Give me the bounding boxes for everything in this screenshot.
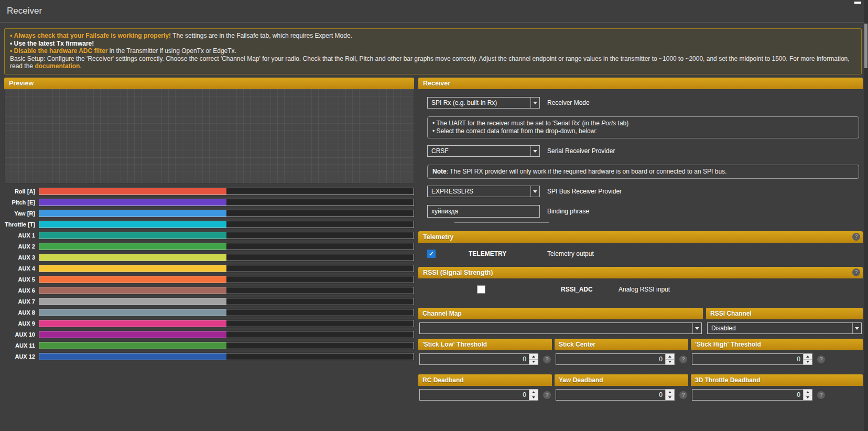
channel-row: AUX 1	[4, 232, 414, 239]
channel-map-select[interactable]	[419, 322, 702, 334]
channel-map-grid: Channel Map RSSI Channel Disabled	[418, 308, 863, 334]
serial-provider-row: CRSF Serial Receiver Provider	[427, 145, 860, 157]
channel-row: AUX 9	[4, 320, 414, 327]
page-title: Receiver	[7, 6, 42, 16]
channel-row: AUX 11	[4, 342, 414, 349]
rssi-channel-value: Disabled	[708, 323, 852, 333]
spinner-up-icon[interactable]	[804, 390, 812, 395]
channel-row: AUX 8	[4, 309, 414, 316]
help-icon[interactable]: ?	[543, 355, 551, 363]
channel-meter	[39, 221, 414, 228]
spinner-up-icon[interactable]	[529, 354, 538, 359]
rssi-adc-checkbox[interactable]	[477, 285, 485, 294]
documentation-link[interactable]: documentation	[35, 62, 80, 70]
channel-label: Roll [A]	[4, 188, 39, 195]
channel-meter	[39, 309, 414, 316]
spi-provider-select[interactable]: EXPRESSLRS	[427, 186, 540, 197]
stick-center-header: Stick Center	[555, 339, 688, 350]
receiver-mode-label: Receiver Mode	[547, 99, 590, 106]
channel-row: AUX 5	[4, 276, 414, 283]
spinner-up-icon[interactable]	[804, 354, 812, 359]
telemetry-checkbox[interactable]: ✓	[427, 250, 436, 258]
spinner-down-icon[interactable]	[666, 359, 674, 365]
stick-low-input[interactable]: 0	[419, 353, 538, 365]
spinner-down-icon[interactable]	[804, 359, 812, 365]
telemetry-description: Telemetry output	[547, 250, 594, 257]
channel-label: AUX 8	[4, 309, 39, 316]
channel-bar-fill	[39, 243, 226, 250]
channel-meter	[39, 254, 414, 261]
binding-phrase-label: Binding phrase	[547, 208, 589, 215]
rssi-section: RSSI (Signal Strength) ? RSSI_ADC Analog…	[418, 267, 863, 303]
help-icon[interactable]: ?	[852, 233, 860, 241]
stick-high-input[interactable]: 0	[692, 353, 812, 365]
channel-meter	[39, 243, 414, 250]
scrollbar[interactable]	[864, 0, 868, 431]
channel-label: AUX 10	[4, 331, 39, 338]
spinner-down-icon[interactable]	[529, 359, 538, 365]
help-icon[interactable]: ?	[543, 391, 551, 399]
channel-meter	[39, 199, 414, 206]
channel-label: AUX 7	[4, 298, 39, 305]
3d-throttle-deadband-input[interactable]: 0	[692, 389, 812, 401]
channel-label: AUX 4	[4, 265, 39, 272]
spinner-up-icon[interactable]	[529, 390, 538, 395]
receiver-mode-select[interactable]: SPI Rx (e.g. built-in Rx)	[427, 97, 540, 109]
channel-row: AUX 3	[4, 254, 414, 261]
spinner-up-icon[interactable]	[666, 390, 674, 395]
channel-meter	[39, 287, 414, 294]
warning-line-adc: • Disable the hardware ADC filter in the…	[10, 47, 856, 55]
receiver-panel: Receiver SPI Rx (e.g. built-in Rx) Recei…	[418, 78, 863, 401]
channel-meter	[39, 298, 414, 305]
uart-note: • The UART for the receiver must be set …	[427, 116, 859, 138]
chevron-down-icon	[852, 323, 861, 333]
spi-provider-value: EXPRESSLRS	[428, 186, 530, 197]
channel-row: AUX 4	[4, 265, 414, 272]
rssi-description: Analog RSSI input	[619, 286, 670, 293]
channel-meter	[39, 276, 414, 283]
channel-label: AUX 1	[4, 232, 39, 239]
spinner-up-icon[interactable]	[666, 354, 674, 359]
channel-bar-fill	[39, 298, 226, 305]
channel-label: AUX 3	[4, 254, 39, 261]
rssi-section-header: RSSI (Signal Strength) ?	[418, 267, 863, 278]
help-icon[interactable]: ?	[679, 355, 687, 363]
deadbands-grid: RC Deadband Yaw Deadband 3D Throttle Dea…	[418, 374, 863, 401]
channel-bar-fill	[39, 265, 226, 272]
number-spinner	[529, 354, 538, 364]
scrollbar-thumb[interactable]	[864, 24, 867, 68]
stick-center-input[interactable]: 0	[556, 353, 675, 365]
channel-bar-fill	[39, 188, 226, 195]
help-icon[interactable]: ?	[817, 391, 825, 399]
rssi-channel-header: RSSI Channel	[706, 308, 863, 319]
receiver-mode-value: SPI Rx (e.g. built-in Rx)	[428, 98, 530, 108]
serial-provider-select[interactable]: CRSF	[427, 145, 540, 157]
stick-center-cell: 0 ?	[555, 350, 688, 365]
preview-header: Preview	[4, 78, 414, 89]
channel-map-value	[420, 323, 692, 333]
channel-meter	[39, 320, 414, 327]
spinner-down-icon[interactable]	[666, 395, 674, 401]
help-icon[interactable]: ?	[817, 355, 825, 363]
binding-phrase-input[interactable]: хуйпизда	[427, 205, 540, 218]
minimize-icon[interactable]	[854, 2, 861, 4]
spi-provider-row: EXPRESSLRS SPI Bus Receiver Provider	[427, 186, 860, 197]
channel-bar-fill	[39, 232, 226, 239]
channel-map-cell	[418, 319, 703, 334]
channel-bar-fill	[39, 287, 226, 294]
help-icon[interactable]: ?	[852, 268, 860, 276]
yaw-deadband-cell: 0 ?	[555, 386, 688, 401]
number-spinner	[665, 390, 674, 400]
channel-row: AUX 7	[4, 298, 414, 305]
channel-label: AUX 12	[4, 353, 39, 360]
rssi-channel-select[interactable]: Disabled	[707, 322, 862, 334]
rc-deadband-input[interactable]: 0	[419, 389, 538, 401]
yaw-deadband-input[interactable]: 0	[556, 389, 675, 401]
receiver-mode-row: SPI Rx (e.g. built-in Rx) Receiver Mode	[427, 97, 860, 109]
spinner-down-icon[interactable]	[529, 395, 538, 401]
spinner-down-icon[interactable]	[804, 395, 812, 401]
chevron-down-icon	[530, 98, 539, 108]
channel-label: AUX 11	[4, 342, 39, 349]
help-icon[interactable]: ?	[679, 391, 687, 399]
channel-bar-fill	[39, 276, 226, 283]
